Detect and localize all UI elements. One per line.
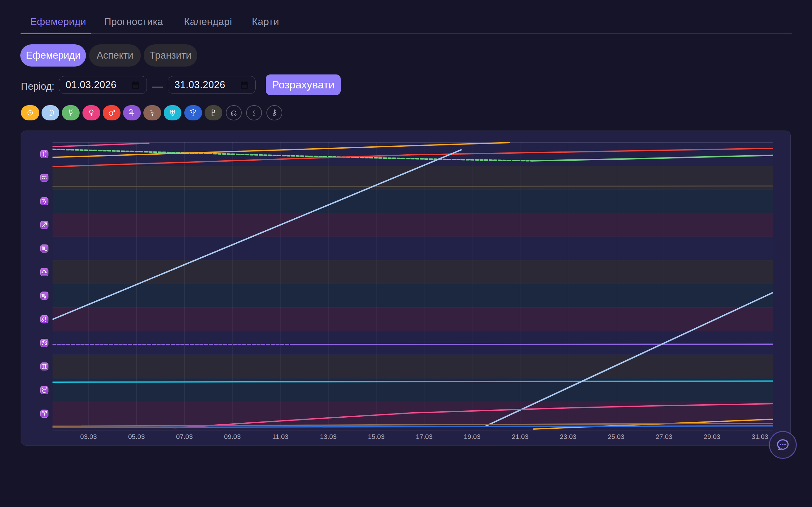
- svg-text:05.03: 05.03: [128, 433, 145, 440]
- svg-text:21.03: 21.03: [512, 433, 528, 440]
- svg-text:19.03: 19.03: [464, 433, 480, 440]
- svg-text:15.03: 15.03: [368, 433, 385, 440]
- svg-text:25.03: 25.03: [607, 433, 624, 440]
- svg-text:11.03: 11.03: [272, 433, 288, 440]
- svg-text:29.03: 29.03: [704, 433, 720, 440]
- svg-text:17.03: 17.03: [416, 433, 433, 440]
- svg-text:13.03: 13.03: [320, 433, 337, 440]
- svg-text:31.03: 31.03: [751, 433, 768, 440]
- svg-text:09.03: 09.03: [224, 433, 241, 440]
- svg-text:23.03: 23.03: [560, 433, 576, 440]
- svg-text:03.03: 03.03: [80, 433, 97, 440]
- svg-text:27.03: 27.03: [656, 433, 672, 440]
- svg-text:07.03: 07.03: [176, 433, 193, 440]
